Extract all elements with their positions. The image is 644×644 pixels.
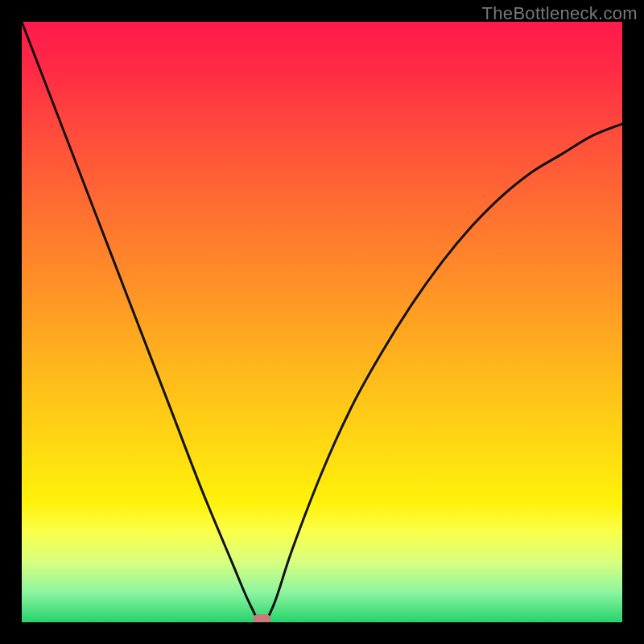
bottleneck-curve	[22, 22, 622, 622]
min-marker	[253, 614, 270, 622]
outer-frame: TheBottleneck.com	[0, 0, 644, 644]
curve-svg	[22, 22, 622, 622]
plot-area	[22, 22, 622, 622]
watermark-text: TheBottleneck.com	[482, 3, 638, 24]
